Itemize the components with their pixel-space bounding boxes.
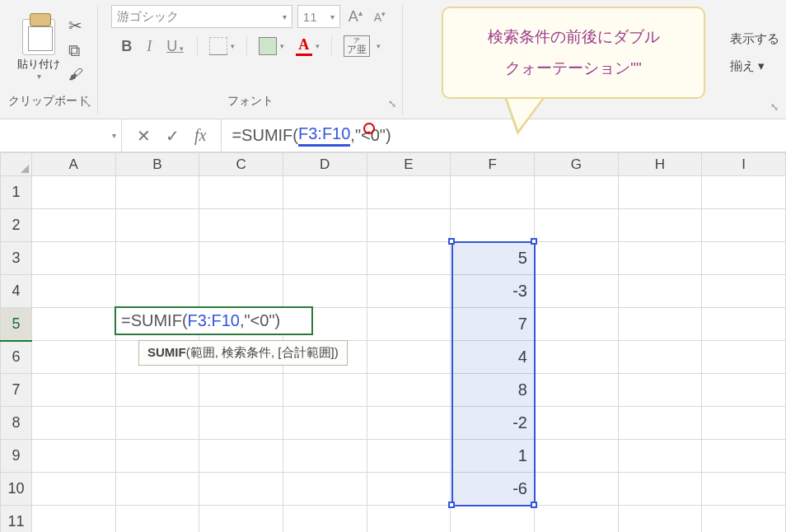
cell-I4[interactable] — [702, 275, 786, 308]
spreadsheet-grid[interactable]: ABCDEFGHI12354-35764788-29110-611 =SUMIF… — [0, 152, 786, 532]
cell-D4[interactable] — [283, 275, 367, 308]
cell-E8[interactable] — [367, 407, 451, 440]
cell-D10[interactable] — [283, 473, 367, 506]
decrease-font-icon[interactable]: A▾ — [371, 10, 389, 24]
name-box[interactable]: ▾ — [0, 119, 122, 152]
increase-font-icon[interactable]: A▴ — [345, 8, 366, 26]
column-header-B[interactable]: B — [115, 153, 199, 176]
cell-F8[interactable]: -2 — [451, 407, 535, 440]
cell-F5[interactable]: 7 — [451, 308, 535, 341]
cancel-formula-button[interactable]: ✕ — [137, 126, 151, 146]
cell-G1[interactable] — [534, 176, 618, 209]
phonetic-button[interactable]: アア亜 — [344, 35, 370, 57]
cell-E9[interactable] — [367, 440, 451, 473]
cell-C10[interactable] — [199, 473, 283, 506]
cell-F1[interactable] — [451, 176, 535, 209]
row-header-3[interactable]: 3 — [1, 242, 32, 275]
cell-C7[interactable] — [199, 374, 283, 407]
font-color-button[interactable]: A — [296, 36, 312, 56]
cell-B10[interactable] — [115, 473, 199, 506]
cell-H8[interactable] — [618, 407, 702, 440]
cell-E4[interactable] — [367, 275, 451, 308]
cell-D3[interactable] — [283, 242, 367, 275]
cell-A9[interactable] — [31, 440, 115, 473]
cell-B8[interactable] — [115, 407, 199, 440]
cell-F3[interactable]: 5 — [451, 242, 535, 275]
cell-H9[interactable] — [618, 440, 702, 473]
cell-H5[interactable] — [618, 308, 702, 341]
cell-C3[interactable] — [199, 242, 283, 275]
cell-A4[interactable] — [31, 275, 115, 308]
cell-E11[interactable] — [367, 506, 451, 533]
range-handle[interactable] — [448, 502, 455, 508]
cell-B4[interactable] — [115, 275, 199, 308]
border-button[interactable] — [209, 37, 227, 55]
cell-H7[interactable] — [618, 374, 702, 407]
cell-E5[interactable] — [367, 308, 451, 341]
bold-button[interactable]: B — [119, 38, 133, 55]
cell-G2[interactable] — [534, 209, 618, 242]
cell-A6[interactable] — [31, 341, 115, 374]
cell-G8[interactable] — [534, 407, 618, 440]
cell-H2[interactable] — [618, 209, 702, 242]
cell-F11[interactable] — [451, 506, 535, 533]
cell-A7[interactable] — [31, 374, 115, 407]
cell-D7[interactable] — [283, 374, 367, 407]
cell-F4[interactable]: -3 — [451, 275, 535, 308]
cell-G9[interactable] — [534, 440, 618, 473]
cell-D9[interactable] — [283, 440, 367, 473]
cell-H10[interactable] — [618, 473, 702, 506]
cell-I8[interactable] — [702, 407, 786, 440]
font-launcher[interactable]: ⤡ — [386, 97, 399, 110]
column-header-C[interactable]: C — [199, 153, 283, 176]
row-header-9[interactable]: 9 — [1, 440, 32, 473]
font-size-dropdown[interactable]: 11▾ — [297, 5, 340, 28]
cell-F10[interactable]: -6 — [451, 473, 535, 506]
row-header-2[interactable]: 2 — [1, 209, 32, 242]
cell-A11[interactable] — [31, 506, 115, 533]
alignment-launcher[interactable]: ⤡ — [768, 100, 781, 114]
cell-I6[interactable] — [702, 341, 786, 374]
column-header-D[interactable]: D — [283, 153, 367, 176]
cell-G6[interactable] — [534, 341, 618, 374]
cell-G10[interactable] — [534, 473, 618, 506]
cell-C4[interactable] — [199, 275, 283, 308]
cell-G5[interactable] — [534, 308, 618, 341]
cell-A2[interactable] — [31, 209, 115, 242]
cell-A1[interactable] — [31, 176, 115, 209]
italic-button[interactable]: I — [145, 38, 153, 55]
row-header-10[interactable]: 10 — [1, 473, 32, 506]
cell-C11[interactable] — [199, 506, 283, 533]
cell-F9[interactable]: 1 — [451, 440, 535, 473]
column-header-G[interactable]: G — [534, 153, 618, 176]
cell-A8[interactable] — [31, 407, 115, 440]
cell-A5[interactable] — [31, 308, 115, 341]
cell-H11[interactable] — [618, 506, 702, 533]
cell-I11[interactable] — [702, 506, 786, 533]
column-header-H[interactable]: H — [618, 153, 702, 176]
column-header-F[interactable]: F — [451, 153, 535, 176]
row-header-11[interactable]: 11 — [1, 506, 32, 533]
clipboard-launcher[interactable]: ⤡ — [81, 97, 94, 110]
cell-B7[interactable] — [115, 374, 199, 407]
cell-G11[interactable] — [534, 506, 618, 533]
cell-D2[interactable] — [283, 209, 367, 242]
cell-B1[interactable] — [115, 176, 199, 209]
row-header-6[interactable]: 6 — [1, 341, 32, 374]
cell-B9[interactable] — [115, 440, 199, 473]
cell-C2[interactable] — [199, 209, 283, 242]
chevron-down-icon[interactable]: ▾ — [112, 131, 116, 140]
cell-I7[interactable] — [702, 374, 786, 407]
row-header-7[interactable]: 7 — [1, 374, 32, 407]
paste-button[interactable]: 貼り付け ▾ — [14, 19, 63, 81]
enter-formula-button[interactable]: ✓ — [166, 126, 180, 146]
row-header-1[interactable]: 1 — [1, 176, 32, 209]
editing-cell[interactable]: =SUMIF(F3:F10,"<0") — [115, 306, 313, 335]
format-painter-icon[interactable]: 🖌 — [68, 67, 83, 82]
cell-D8[interactable] — [283, 407, 367, 440]
row-header-4[interactable]: 4 — [1, 275, 32, 308]
column-header-E[interactable]: E — [367, 153, 451, 176]
cell-H1[interactable] — [618, 176, 702, 209]
cell-D1[interactable] — [283, 176, 367, 209]
cell-I2[interactable] — [702, 209, 786, 242]
